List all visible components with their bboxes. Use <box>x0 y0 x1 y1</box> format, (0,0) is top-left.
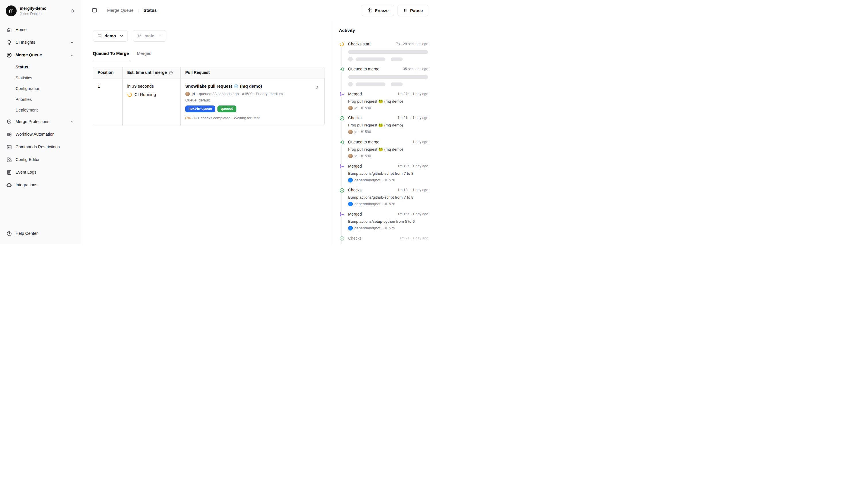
help-icon[interactable] <box>169 71 173 75</box>
freeze-button[interactable]: Freeze <box>362 5 394 16</box>
activity-item: Queued to merge 1 day ago Frog pull requ… <box>339 139 428 159</box>
topbar-actions: Freeze Pause <box>362 5 428 16</box>
sidebar-item-commands-restrictions[interactable]: Commands Restrictions <box>3 141 77 153</box>
skeleton-avatar <box>348 57 353 61</box>
activity-event-time: 1m 27s · 1 day ago <box>398 92 428 96</box>
activity-pr-title[interactable]: Bump actions/setup-python from 5 to 6 <box>348 219 428 224</box>
repository-value: demo <box>104 33 116 39</box>
sidebar-item-deployment[interactable]: Deployment <box>3 105 77 116</box>
sidebar-item-configuration[interactable]: Configuration <box>3 84 77 94</box>
sidebar-item-statistics[interactable]: Statistics <box>3 73 77 83</box>
home-icon <box>6 27 12 33</box>
content-row: demo main <box>81 21 434 244</box>
repo-book-icon <box>97 34 102 38</box>
activity-pr-ref: dependabot[bot] · #1579 <box>348 226 428 231</box>
pr-title[interactable]: Snowflake pull request ❄️ (mq demo) <box>185 83 320 89</box>
pr-badges: next-in-queue queued <box>185 106 320 112</box>
merge-queue-submenu: Status Statistics Configuration Prioriti… <box>3 62 77 116</box>
help-center-link[interactable]: Help Center <box>3 228 77 239</box>
tab-queued-to-merge[interactable]: Queued To Merge <box>93 51 129 60</box>
sidebar-item-ci-insights[interactable]: CI Insights <box>3 37 77 48</box>
pr-queue-label: Queue: default <box>185 98 320 103</box>
activity-pr-title[interactable]: Bump actions/setup-python from 5 to 6 <box>348 243 428 244</box>
position-value: 1 <box>98 84 100 88</box>
cell-eta: in 39 seconds CI Running <box>123 79 181 125</box>
merge-queue-icon <box>6 52 12 58</box>
chevron-up-down-icon <box>70 9 75 13</box>
main-content: demo main <box>81 21 333 244</box>
breadcrumb-parent[interactable]: Merge Queue <box>107 7 133 13</box>
pr-meta-line: jd · queued 33 seconds ago · #1589 · Pri… <box>185 91 320 96</box>
column-header-pull-request: Pull Request <box>181 67 324 78</box>
activity-item: Queued to merge 35 seconds ago <box>339 66 428 87</box>
ci-status-label: CI Running <box>134 92 156 97</box>
sidebar-item-merge-protections[interactable]: Merge Protections <box>3 116 77 127</box>
activity-pr-meta: dependabot[bot] · #1579 <box>354 226 395 231</box>
sidebar-toggle-icon[interactable] <box>90 6 99 15</box>
sidebar-item-label: Integrations <box>16 182 37 188</box>
avatar <box>348 154 353 159</box>
activity-event-title: Checks start <box>348 41 371 47</box>
repository-select[interactable]: demo <box>93 30 128 42</box>
activity-pr-meta: jd · #1590 <box>354 129 371 135</box>
tab-merged[interactable]: Merged <box>137 51 152 60</box>
queue-row[interactable]: 1 in 39 seconds CI Running <box>93 79 324 125</box>
activity-event-title: Merged <box>348 164 362 169</box>
chevron-right-icon[interactable] <box>315 85 320 90</box>
sidebar-item-event-logs[interactable]: Event Logs <box>3 167 77 178</box>
sidebar-item-home[interactable]: Home <box>3 24 77 36</box>
chevron-up-icon <box>70 53 74 57</box>
org-switcher[interactable]: mergify-demo Julien Danjou <box>3 4 77 18</box>
skeleton-row <box>348 82 428 87</box>
cell-position: 1 <box>93 79 123 125</box>
branch-value: main <box>145 33 155 39</box>
activity-event-time: 35 seconds ago <box>403 67 428 71</box>
skeleton-bar <box>355 83 385 86</box>
activity-pr-ref: jd · #1590 <box>348 106 428 111</box>
sidebar-item-config-editor[interactable]: Config Editor <box>3 154 77 166</box>
sidebar-item-status[interactable]: Status <box>3 62 77 73</box>
sidebar-item-priorities[interactable]: Priorities <box>3 94 77 105</box>
activity-title: Activity <box>339 28 428 34</box>
activity-event-title: Checks <box>348 188 362 193</box>
breadcrumb-current: Status <box>144 7 157 13</box>
avatar <box>348 106 353 110</box>
sliders-icon <box>6 132 12 137</box>
pause-icon <box>403 8 408 12</box>
sidebar-item-merge-queue[interactable]: Merge Queue <box>3 50 77 61</box>
git-branch-icon <box>137 34 142 38</box>
sidebar-item-label: Configuration <box>16 86 40 92</box>
column-header-position: Position <box>93 67 123 78</box>
avatar <box>185 92 190 96</box>
skeleton-bar <box>355 57 385 61</box>
dependabot-avatar <box>348 226 353 230</box>
chevron-down-icon <box>70 120 74 124</box>
activity-pr-title[interactable]: Frog pull request 🐸 (mq demo) <box>348 123 428 128</box>
sidebar-nav: Home CI Insights Merge Queue <box>3 24 77 228</box>
spinner-icon <box>339 41 345 47</box>
activity-pr-title[interactable]: Bump actions/github-script from 7 to 8 <box>348 195 428 200</box>
shield-icon <box>6 119 12 125</box>
activity-pr-title[interactable]: Frog pull request 🐸 (mq demo) <box>348 147 428 152</box>
activity-event-title: Queued to merge <box>348 66 379 72</box>
mergify-logo <box>6 5 17 17</box>
activity-pr-title[interactable]: Frog pull request 🐸 (mq demo) <box>348 99 428 104</box>
skeleton-bar <box>348 50 428 54</box>
sidebar-item-integrations[interactable]: Integrations <box>3 179 77 191</box>
activity-item: Merged 1m 19s · 1 day ago Bump actions/g… <box>339 164 428 183</box>
pause-button[interactable]: Pause <box>398 5 428 16</box>
activity-item: Checks 1m 9s · 1 day ago Bump actions/se… <box>339 236 428 244</box>
activity-pr-title[interactable]: Bump actions/github-script from 7 to 8 <box>348 171 428 176</box>
sidebar-item-workflow-automation[interactable]: Workflow Automation <box>3 129 77 140</box>
sidebar-item-label: Config Editor <box>16 157 40 163</box>
freeze-label: Freeze <box>375 8 389 13</box>
branch-select[interactable]: main <box>133 30 166 42</box>
activity-pr-meta: dependabot[bot] · #1578 <box>354 178 395 183</box>
activity-pr-meta: jd · #1590 <box>354 106 371 111</box>
activity-event-time: 1m 15s · 1 day ago <box>398 212 428 217</box>
eta-value: in 39 seconds <box>127 83 176 89</box>
skeleton-bar <box>348 75 428 79</box>
chevron-right-icon <box>136 8 141 12</box>
topbar: Merge Queue Status Freeze Pause <box>81 0 434 21</box>
sidebar-item-label: Commands Restrictions <box>16 144 60 150</box>
